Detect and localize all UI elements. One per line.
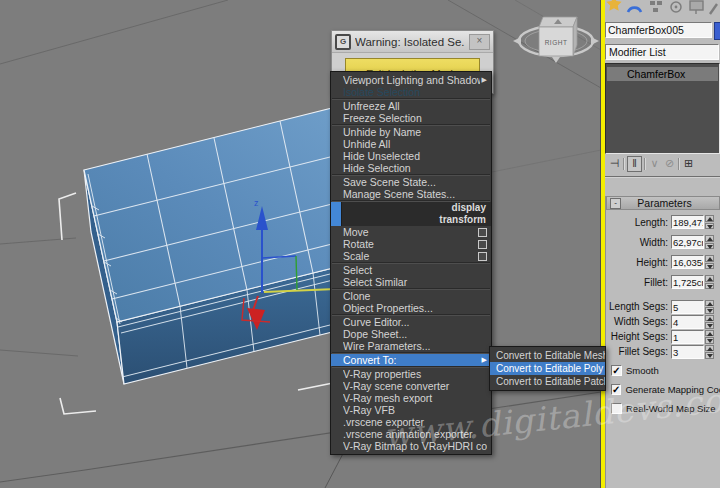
menu-item-manage-scene-states[interactable]: Manage Scene States... — [331, 188, 491, 200]
max-logo-icon: G — [335, 34, 351, 50]
menu-item-convert-to-editable-poly[interactable]: Convert to Editable Poly — [490, 362, 605, 375]
quad-marker-icon — [331, 202, 342, 214]
modify-tab-icon[interactable] — [628, 8, 641, 12]
dialog-title: Warning: Isolated Se... — [355, 36, 465, 48]
show-end-result-icon[interactable]: ‖ — [627, 156, 642, 172]
submenu-arrow-icon: ▶ — [482, 354, 487, 366]
length-segs-spinner[interactable] — [705, 300, 714, 314]
menu-item-clone[interactable]: Clone — [331, 290, 491, 302]
parameters-rollout: - Parameters Length: 189,471cm Width: 62… — [605, 196, 720, 488]
remove-modifier-icon[interactable]: ⊘ — [663, 157, 676, 170]
viewport[interactable]: z — [0, 0, 601, 488]
menu-item-vrscene-animation-exporter[interactable]: .vrscene animation exporter — [331, 428, 491, 440]
menu-item-hide-unselected[interactable]: Hide Unselected — [331, 150, 491, 162]
settings-box-icon[interactable] — [478, 240, 487, 249]
rollout-title: Parameters — [624, 197, 719, 209]
menu-item-vray-vfb[interactable]: V-Ray VFB — [331, 404, 491, 416]
param-row-fillet-segs: Fillet Segs: 3 — [606, 345, 720, 358]
modifier-list-dropdown[interactable]: Modifier List — [605, 44, 719, 60]
object-color-swatch[interactable] — [714, 22, 720, 40]
settings-box-icon[interactable] — [478, 228, 487, 237]
menu-item-vray-scene-converter[interactable]: V-Ray scene converter — [331, 380, 491, 392]
menu-item-unhide-all[interactable]: Unhide All — [331, 138, 491, 150]
pin-stack-icon[interactable]: ⊣ — [608, 157, 621, 170]
param-row-height-segs: Height Segs: 1 — [606, 330, 720, 343]
menu-item-freeze-selection[interactable]: Freeze Selection — [331, 112, 491, 124]
screenshot-root: z — [0, 0, 720, 488]
fillet-spinner[interactable] — [705, 275, 714, 289]
viewport-canvas: z — [0, 0, 601, 488]
height-segs-spinner[interactable] — [705, 330, 714, 344]
menu-item-move[interactable]: Move — [331, 226, 491, 238]
menu-item-select[interactable]: Select — [331, 264, 491, 276]
viewcube[interactable]: RIGHT — [513, 17, 599, 63]
menu-item-convert-to[interactable]: Convert To:▶ — [331, 354, 491, 366]
smooth-checkbox[interactable]: ✓ — [611, 365, 622, 376]
length-segs-input[interactable]: 5 — [671, 300, 704, 314]
panel-divider — [604, 176, 720, 178]
menu-item-unfreeze-all[interactable]: Unfreeze All — [331, 100, 491, 112]
modifier-stack[interactable]: ChamferBox — [605, 63, 720, 154]
fillet-segs-input[interactable]: 3 — [671, 345, 704, 359]
menu-item-isolate-selection[interactable]: Isolate Selection — [331, 86, 491, 98]
real-world-map-size-checkbox[interactable] — [611, 403, 622, 414]
menu-item-dope-sheet[interactable]: Dope Sheet... — [331, 328, 491, 340]
menu-item-unhide-by-name[interactable]: Unhide by Name — [331, 126, 491, 138]
configure-modifier-sets-icon[interactable]: ⊞ — [682, 157, 695, 170]
context-menu: Viewport Lighting and Shadows▶ Isolate S… — [330, 71, 492, 455]
close-icon[interactable]: × — [469, 34, 490, 50]
height-input[interactable]: 16,035cm — [671, 255, 704, 269]
height-spinner[interactable] — [705, 255, 714, 269]
menu-item-rotate[interactable]: Rotate — [331, 238, 491, 250]
menu-item-hide-selection[interactable]: Hide Selection — [331, 162, 491, 174]
menu-item-viewport-lighting-and-shadows[interactable]: Viewport Lighting and Shadows▶ — [331, 74, 491, 86]
utilities-tab-icon[interactable] — [710, 4, 717, 14]
gizmo-z-label: z — [254, 198, 259, 208]
menu-item-save-scene-state[interactable]: Save Scene State... — [331, 176, 491, 188]
parameters-rollout-header[interactable]: - Parameters — [606, 196, 720, 210]
collapse-icon[interactable]: - — [610, 198, 621, 209]
menu-item-vray-mesh-export[interactable]: V-Ray mesh export — [331, 392, 491, 404]
viewcube-face-label[interactable]: RIGHT — [545, 39, 568, 46]
param-row-length-segs: Length Segs: 5 — [606, 300, 720, 313]
width-segs-spinner[interactable] — [705, 315, 714, 329]
menu-item-select-similar[interactable]: Select Similar — [331, 276, 491, 288]
param-row-length: Length: 189,471cm — [606, 214, 720, 230]
height-segs-input[interactable]: 1 — [671, 330, 704, 344]
hierarchy-tab-icon[interactable] — [650, 1, 662, 12]
toolbar-divider — [623, 158, 625, 170]
menu-item-convert-to-editable-mesh[interactable]: Convert to Editable Mesh — [490, 349, 605, 362]
menu-item-convert-to-editable-patch[interactable]: Convert to Editable Patch — [490, 375, 605, 388]
menu-header-display[interactable]: display — [331, 202, 491, 214]
length-input[interactable]: 189,471cm — [671, 215, 704, 229]
create-tab-icon[interactable] — [606, 0, 621, 11]
menu-item-wire-parameters[interactable]: Wire Parameters... — [331, 340, 491, 352]
menu-item-curve-editor[interactable]: Curve Editor... — [331, 316, 491, 328]
dialog-titlebar[interactable]: G Warning: Isolated Se... × — [332, 31, 493, 53]
display-tab-icon[interactable] — [690, 1, 703, 14]
command-panel: ChamferBox005 Modifier List ChamferBox ⊣… — [604, 0, 720, 488]
menu-item-vray-bitmap-converter[interactable]: V-Ray Bitmap to VRayHDRI converter — [331, 440, 491, 452]
motion-tab-icon[interactable] — [671, 2, 681, 12]
param-row-height: Height: 16,035cm — [606, 254, 720, 270]
toolbar-divider — [644, 158, 646, 170]
width-segs-input[interactable]: 4 — [671, 315, 704, 329]
fillet-segs-spinner[interactable] — [705, 345, 714, 359]
generate-mapping-coords-checkbox[interactable]: ✓ — [611, 384, 621, 395]
make-unique-icon[interactable]: ∨ — [648, 157, 661, 170]
menu-item-object-properties[interactable]: Object Properties... — [331, 302, 491, 314]
fillet-input[interactable]: 1,725cm — [671, 275, 704, 289]
object-name-input[interactable]: ChamferBox005 — [605, 22, 712, 38]
width-input[interactable]: 62,97cm — [671, 235, 704, 249]
menu-item-vrscene-exporter[interactable]: .vrscene exporter — [331, 416, 491, 428]
settings-box-icon[interactable] — [478, 252, 487, 261]
menu-item-scale[interactable]: Scale — [331, 250, 491, 262]
submenu-arrow-icon: ▶ — [482, 74, 487, 86]
width-spinner[interactable] — [705, 235, 714, 249]
length-spinner[interactable] — [705, 215, 714, 229]
convert-to-submenu: Convert to Editable Mesh Convert to Edit… — [489, 346, 606, 391]
menu-header-transform[interactable]: transform — [331, 214, 491, 226]
command-panel-tabs — [604, 0, 720, 18]
stack-item-chamferbox[interactable]: ChamferBox — [607, 67, 718, 81]
menu-item-vray-properties[interactable]: V-Ray properties — [331, 368, 491, 380]
